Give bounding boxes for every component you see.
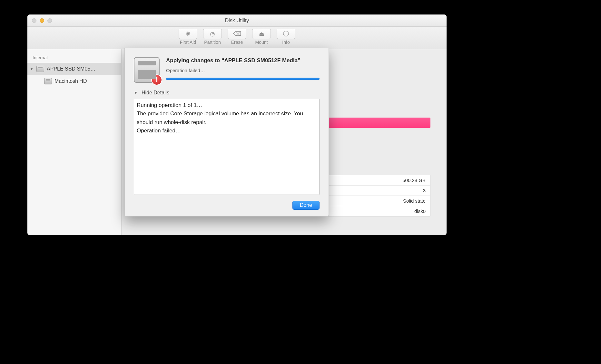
log-line: Operation failed…	[137, 127, 317, 135]
sheet-subtitle: Operation failed…	[166, 68, 320, 73]
window-title: Disk Utility	[27, 18, 447, 24]
toolbar-erase[interactable]: ⌫ Erase	[228, 29, 246, 45]
zoom-button[interactable]	[47, 18, 52, 23]
info-icon: ⓘ	[283, 30, 289, 38]
sidebar-item-macintosh-hd[interactable]: Macintosh HD	[27, 75, 121, 87]
toolbar-mount[interactable]: ⏏ Mount	[252, 29, 271, 45]
sidebar-item-label: Macintosh HD	[54, 78, 87, 84]
details-toggle-label: Hide Details	[142, 90, 169, 96]
toolbar-label: Mount	[255, 40, 268, 45]
volume-icon	[44, 78, 52, 84]
log-line: Running operation 1 of 1…	[137, 101, 317, 110]
sidebar-item-label: APPLE SSD SM05…	[47, 66, 95, 72]
operation-sheet: ! Applying changes to “APPLE SSD SM0512F…	[124, 48, 329, 216]
disk-icon	[36, 66, 44, 72]
alert-icon: !	[151, 74, 162, 85]
eject-icon: ⏏	[259, 30, 264, 37]
details-toggle[interactable]: ▼ Hide Details	[134, 90, 320, 96]
erase-icon: ⌫	[233, 30, 241, 37]
toolbar: ✺ First Aid ◔ Partition ⌫ Erase ⏏ Mount …	[27, 27, 447, 49]
toolbar-label: Partition	[204, 40, 221, 45]
info-value: 500.28 GB	[402, 177, 426, 183]
operation-log[interactable]: Running operation 1 of 1… The provided C…	[134, 99, 320, 195]
done-button[interactable]: Done	[292, 201, 320, 210]
sidebar-section-header: Internal	[27, 53, 121, 63]
minimize-button[interactable]	[40, 18, 44, 23]
sheet-header: ! Applying changes to “APPLE SSD SM0512F…	[134, 57, 320, 83]
toolbar-label: First Aid	[180, 40, 196, 45]
disclosure-triangle-icon[interactable]: ▼	[29, 67, 34, 71]
toolbar-first-aid[interactable]: ✺ First Aid	[179, 29, 197, 45]
stethoscope-icon: ✺	[186, 30, 191, 37]
progress-bar	[166, 78, 320, 80]
toolbar-label: Info	[282, 40, 290, 45]
traffic-lights	[32, 18, 52, 23]
close-button[interactable]	[32, 18, 36, 23]
info-value: 3	[423, 188, 426, 193]
toolbar-label: Erase	[231, 40, 243, 45]
chevron-down-icon: ▼	[134, 91, 138, 95]
toolbar-partition[interactable]: ◔ Partition	[203, 29, 222, 45]
info-value: Solid state	[403, 198, 426, 204]
drive-icon: !	[134, 57, 160, 83]
titlebar: Disk Utility	[27, 14, 447, 27]
sheet-title: Applying changes to “APPLE SSD SM0512F M…	[166, 57, 320, 64]
pie-icon: ◔	[210, 30, 215, 37]
toolbar-info[interactable]: ⓘ Info	[277, 29, 295, 45]
sheet-footer: Done	[134, 195, 320, 210]
log-line: The provided Core Storage logical volume…	[137, 110, 317, 127]
info-value: disk0	[414, 208, 426, 214]
sidebar: Internal ▼ APPLE SSD SM05… Macintosh HD	[27, 49, 122, 235]
sidebar-item-apple-ssd[interactable]: ▼ APPLE SSD SM05…	[27, 63, 121, 75]
